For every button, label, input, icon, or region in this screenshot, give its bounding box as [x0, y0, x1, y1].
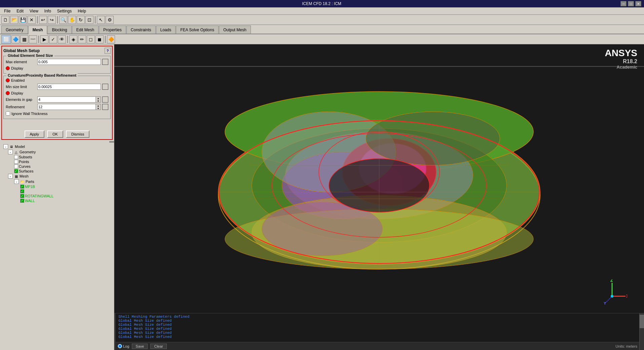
refinement-up[interactable]: ▲ [96, 104, 101, 107]
min-size-input[interactable] [37, 84, 101, 90]
tree-curves[interactable]: Curves [1, 164, 113, 169]
tab-loads[interactable]: Loads [156, 26, 176, 34]
parts-expand[interactable]: - [14, 179, 19, 184]
surfaces-checkbox[interactable]: ✓ [14, 169, 18, 173]
rotate-button[interactable]: ↻ [77, 16, 85, 24]
tab-edit-mesh[interactable]: Edit Mesh [72, 26, 99, 34]
close-file-button[interactable]: ✕ [28, 16, 36, 24]
mesh-coarsen-btn[interactable]: ◻ [87, 35, 95, 43]
tab-geometry[interactable]: Geometry [1, 26, 28, 34]
settings-button[interactable]: ⚙ [106, 16, 114, 24]
menu-edit[interactable]: Edit [14, 8, 26, 14]
curv-display-row: Display [6, 91, 108, 95]
fit-button[interactable]: ⊡ [85, 16, 93, 24]
close-button[interactable]: ✕ [635, 1, 641, 6]
mesh-part-btn[interactable]: 🔷 [11, 35, 20, 43]
mesh-edit-btn[interactable]: ✏ [78, 35, 86, 43]
refinement-down[interactable]: ▼ [96, 107, 101, 110]
select-button[interactable]: ↖ [97, 16, 105, 24]
zoom-button[interactable]: 🔍 [59, 16, 67, 24]
max-element-input[interactable] [37, 59, 101, 65]
log-radio-log[interactable] [118, 344, 122, 348]
new-button[interactable]: 🗋 [1, 16, 9, 24]
ignore-wall-checkbox[interactable] [6, 111, 10, 116]
undo-button[interactable]: ↩ [39, 16, 47, 24]
viewport[interactable]: ANSYS R18.2 Academic X Z Y [114, 44, 644, 313]
mesh-check-btn[interactable]: ✓ [49, 35, 57, 43]
apply-button[interactable]: Apply [25, 130, 45, 138]
min-size-color[interactable] [102, 84, 108, 90]
tree-model[interactable]: - 🖥 Model [1, 144, 113, 149]
tab-properties[interactable]: Properties [99, 26, 126, 34]
dialog-help-button[interactable]: ? [105, 48, 111, 54]
tree-parts[interactable]: - 📁 Parts [1, 179, 113, 184]
tab-solve-options[interactable]: FEA Solve Options [176, 26, 219, 34]
menu-settings[interactable]: Settings [54, 8, 74, 14]
refinement-color[interactable] [102, 104, 108, 110]
tree-wall[interactable]: ✓ WALL [1, 198, 113, 203]
mp1b-checkbox[interactable]: ✓ [20, 185, 24, 189]
menu-help[interactable]: Help [75, 8, 89, 14]
mesh-smooth-btn[interactable]: ◈ [69, 35, 77, 43]
elements-gap-up[interactable]: ▲ [96, 97, 101, 100]
curves-checkbox[interactable] [14, 164, 18, 168]
ok-button[interactable]: OK [47, 130, 63, 138]
mesh-display-btn[interactable]: 👁 [58, 35, 66, 43]
tab-blocking[interactable]: Blocking [47, 26, 71, 34]
elements-gap-down[interactable]: ▼ [96, 100, 101, 102]
tab-constraints[interactable]: Constraints [126, 26, 156, 34]
elements-gap-input[interactable] [37, 96, 96, 103]
geometry-label: Geometry [20, 150, 36, 154]
pan-button[interactable]: ✋ [68, 16, 76, 24]
tab-output-mesh[interactable]: Output Mesh [219, 26, 251, 34]
geometry-expand[interactable]: - [8, 150, 13, 154]
open-button[interactable]: 📂 [10, 16, 18, 24]
tab-mesh[interactable]: Mesh [28, 26, 47, 34]
maximize-button[interactable]: □ [628, 1, 634, 6]
redo-button[interactable]: ↪ [48, 16, 56, 24]
enabled-label: Enabled [11, 78, 25, 82]
log-clear-button[interactable]: Clear [150, 344, 166, 349]
mesh-expand[interactable]: - [8, 174, 13, 179]
subsets-checkbox[interactable] [14, 155, 18, 159]
model-expand[interactable]: - [3, 144, 8, 149]
points-checkbox[interactable] [14, 160, 18, 164]
wall-label: WALL [25, 199, 35, 203]
tree-mesh[interactable]: - ▦ Mesh [1, 173, 113, 179]
tree-points[interactable]: Points [1, 159, 113, 164]
tree-rotatingwall[interactable]: ✓ ROTATINGWALL [1, 194, 113, 198]
geometry-icon: △ [13, 150, 19, 154]
refinement-input[interactable] [37, 104, 96, 110]
extra-checkbox[interactable]: ✓ [20, 189, 24, 193]
tree-geometry[interactable]: - △ Geometry [1, 149, 113, 155]
enabled-radio[interactable] [6, 78, 10, 82]
rotatingwall-checkbox[interactable]: ✓ [20, 194, 24, 198]
mesh-3d-btn[interactable]: 🔶 [107, 35, 115, 43]
refinement-row: Refinement ▲ ▼ [6, 104, 108, 110]
menu-view[interactable]: View [27, 8, 41, 14]
minimize-button[interactable]: ─ [620, 1, 627, 6]
log-save-button[interactable]: Save [132, 344, 148, 349]
mesh-curve-btn[interactable]: 〰 [29, 35, 37, 43]
mesh-compute-btn[interactable]: ▶ [40, 35, 48, 43]
tree-extra[interactable]: ✓ [1, 189, 113, 194]
mesh-refine-btn[interactable]: ◼ [96, 35, 104, 43]
wall-checkbox[interactable]: ✓ [20, 199, 24, 203]
menu-info[interactable]: Info [42, 8, 54, 14]
curv-display-radio[interactable] [6, 91, 10, 95]
tree-mp1b[interactable]: ✓ MP1B [1, 184, 113, 189]
toolbar-sep-3 [95, 16, 96, 24]
tree-surfaces[interactable]: ✓ Surfaces [1, 169, 113, 173]
log-radio-log-label: Log [123, 344, 129, 348]
mesh-global-btn[interactable]: ⬜ [1, 35, 11, 44]
ansys-edition: Academic [605, 65, 637, 70]
dismiss-button[interactable]: Dismiss [66, 130, 90, 138]
ignore-wall-label: Ignore Wall Thickness [11, 112, 48, 116]
tree-subsets[interactable]: Subsets [1, 155, 113, 159]
menu-file[interactable]: File [1, 8, 13, 14]
max-element-color[interactable] [102, 59, 108, 65]
elements-gap-color[interactable] [102, 96, 108, 103]
mesh-surface-btn[interactable]: ▦ [20, 35, 28, 43]
save-button[interactable]: 💾 [19, 16, 27, 24]
seed-display-radio[interactable] [6, 66, 10, 70]
